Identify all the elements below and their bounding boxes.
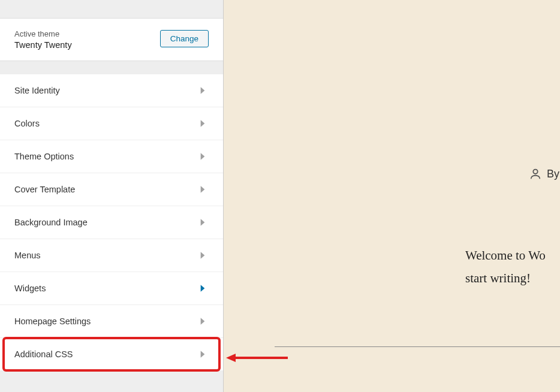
- theme-info: Active theme Twenty Twenty: [14, 28, 72, 50]
- chevron-right-icon: [197, 216, 209, 228]
- post-byline: By: [529, 167, 559, 180]
- menu-label: Homepage Settings: [14, 316, 91, 326]
- menu-item-cover-template[interactable]: Cover Template: [0, 173, 223, 206]
- svg-point-0: [533, 170, 537, 174]
- chevron-right-icon: [197, 183, 209, 195]
- menu-item-widgets[interactable]: Widgets: [0, 272, 223, 305]
- welcome-line2: start writing!: [465, 271, 531, 285]
- theme-name: Twenty Twenty: [14, 40, 72, 50]
- site-preview: By Welcome to Wo start writing!: [223, 0, 560, 392]
- chevron-right-icon: [197, 348, 209, 360]
- menu-item-homepage-settings[interactable]: Homepage Settings: [0, 305, 223, 338]
- active-theme-label: Active theme: [14, 28, 72, 40]
- menu-label: Background Image: [14, 218, 88, 227]
- chevron-right-icon: [197, 282, 209, 294]
- menu-label: Theme Options: [14, 152, 74, 161]
- change-theme-button[interactable]: Change: [160, 30, 209, 47]
- content-divider: [275, 346, 560, 347]
- chevron-right-icon: [197, 249, 209, 261]
- chevron-right-icon: [197, 315, 209, 327]
- menu-label: Additional CSS: [14, 349, 73, 359]
- menu-label: Cover Template: [14, 185, 75, 194]
- user-icon: [529, 167, 542, 180]
- menu-label: Widgets: [14, 284, 46, 293]
- menu-item-menus[interactable]: Menus: [0, 239, 223, 272]
- spacer: [0, 61, 223, 74]
- chevron-right-icon: [197, 150, 209, 162]
- chevron-right-icon: [197, 85, 209, 97]
- customizer-sidebar: Active theme Twenty Twenty Change Site I…: [0, 0, 223, 392]
- top-gap: [0, 0, 223, 19]
- welcome-line1: Welcome to Wo: [465, 248, 546, 263]
- menu-item-background-image[interactable]: Background Image: [0, 206, 223, 239]
- menu-item-theme-options[interactable]: Theme Options: [0, 140, 223, 173]
- menu-label: Menus: [14, 251, 41, 260]
- menu-item-additional-css[interactable]: Additional CSS: [0, 338, 223, 371]
- byline-text: By: [547, 168, 559, 180]
- menu-item-colors[interactable]: Colors: [0, 107, 223, 140]
- chevron-right-icon: [197, 117, 209, 129]
- post-content: Welcome to Wo start writing!: [465, 245, 560, 290]
- menu-item-site-identity[interactable]: Site Identity: [0, 74, 223, 107]
- menu-label: Site Identity: [14, 86, 60, 95]
- menu-label: Colors: [14, 119, 40, 128]
- active-theme-panel: Active theme Twenty Twenty Change: [0, 19, 223, 61]
